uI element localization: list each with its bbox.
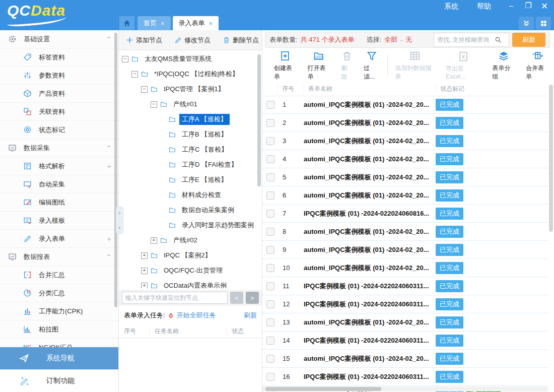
- sidebar-section-header[interactable]: 基础设置⌃: [0, 30, 118, 48]
- tree-toolbar-plus-button[interactable]: 添加节点: [126, 36, 162, 45]
- sidebar-item[interactable]: 状态标记: [0, 121, 118, 139]
- form-table-row[interactable]: 3automi_IPQC案例模板 (01) -2024-02_20...已完成: [262, 132, 547, 150]
- tree-node[interactable]: −*IPQC|OQC 【过程检|终检】: [119, 67, 255, 82]
- tree-expander-icon[interactable]: +: [141, 252, 148, 259]
- apps-grid-button[interactable]: [536, 17, 551, 30]
- tree-node[interactable]: 工序B 【巡检】: [119, 127, 255, 142]
- plus-icon[interactable]: +: [107, 162, 111, 170]
- tree-node-label[interactable]: 工序B 【巡检】: [179, 129, 230, 140]
- tree-node-label[interactable]: 工序D 【FAI检查】: [179, 159, 240, 170]
- form-table-row[interactable]: 11IPQC案例模板 (01) -2024-022024060311...已完成: [262, 277, 547, 295]
- tree-node-label[interactable]: 工序E 【巡检】: [179, 174, 230, 185]
- sidebar-item[interactable]: 工序能力(CPK): [0, 302, 118, 320]
- tree-node[interactable]: +IPQC 【案例2】: [119, 248, 255, 263]
- toolbar-folder-open-button[interactable]: 打开表单: [302, 50, 336, 81]
- row-checkbox[interactable]: [266, 155, 274, 163]
- chevron-right-icon[interactable]: ›: [119, 210, 120, 216]
- tree-expander-icon[interactable]: −: [131, 71, 138, 78]
- sidebar-section-header[interactable]: 数据采集⌃: [0, 139, 118, 157]
- row-checkbox[interactable]: [266, 282, 274, 290]
- row-checkbox[interactable]: [266, 228, 274, 236]
- sidebar-item-custom-functions[interactable]: 订制功能: [0, 369, 118, 392]
- close-button[interactable]: ✕: [538, 1, 551, 12]
- tree-expander-icon[interactable]: −: [141, 86, 148, 93]
- tree-node[interactable]: +QCData内置表单示例: [119, 278, 255, 288]
- menu-system[interactable]: 系统: [444, 2, 458, 11]
- tab-home[interactable]: 首页 ×: [137, 16, 171, 30]
- sidebar-item[interactable]: 产品资料: [0, 85, 118, 103]
- row-checkbox[interactable]: [266, 318, 274, 326]
- collapse-panel-button[interactable]: [519, 17, 534, 30]
- toolbar-layers-button[interactable]: 表单分组: [487, 50, 520, 81]
- sidebar-item[interactable]: 录入模板: [0, 212, 118, 230]
- tree-node-label[interactable]: 太友QMS质量管理系统: [142, 53, 215, 64]
- form-table-row[interactable]: 16IPQC案例模板 (01) -2024-022024060311...已完成: [262, 368, 547, 386]
- tree-node[interactable]: 工序C 【首检】: [119, 142, 255, 157]
- row-checkbox[interactable]: [266, 119, 274, 127]
- tree-node[interactable]: 工序D 【FAI检查】: [119, 157, 255, 172]
- scrollbar-thumb[interactable]: [265, 387, 381, 391]
- tree-toolbar-trash-button[interactable]: 删除节点: [223, 36, 259, 45]
- tree-expander-icon[interactable]: +: [141, 268, 148, 274]
- tree-toolbar-pencil-button[interactable]: 修改节点: [174, 36, 211, 45]
- row-checkbox[interactable]: [266, 137, 274, 145]
- tab-close-icon[interactable]: ×: [209, 20, 213, 27]
- form-table-row[interactable]: 14IPQC案例模板 (01) -2024-022024060311...已完成: [262, 332, 547, 350]
- row-checkbox[interactable]: [266, 173, 274, 181]
- tree-node-label[interactable]: IPQC管理 【案例1】: [161, 84, 227, 95]
- tree-node-label[interactable]: 录入同时显示趋势图案例: [179, 220, 255, 231]
- tree-node-label[interactable]: 产线#02: [171, 235, 200, 246]
- tree-node-label[interactable]: *IPQC|OQC 【过程检|终检】: [152, 69, 241, 80]
- tree-scrollbar[interactable]: [257, 54, 261, 186]
- sidebar-item-system-nav[interactable]: 系统导航: [0, 347, 118, 369]
- tree-expander-icon[interactable]: +: [141, 283, 148, 289]
- tab-close-icon[interactable]: ×: [161, 20, 165, 27]
- toolbar-doc-plus-button[interactable]: 创建表单: [268, 50, 302, 81]
- row-checkbox[interactable]: [266, 300, 274, 308]
- tree-node[interactable]: +OQC/FQC-出货管理: [119, 263, 255, 278]
- tree-node-label[interactable]: QCData内置表单示例: [161, 280, 229, 288]
- chevron-up-icon[interactable]: ⌃: [106, 253, 111, 260]
- form-table-row[interactable]: 4automi_IPQC案例模板 (01) -2024-02_20...已完成: [262, 150, 547, 168]
- tree-node[interactable]: −IPQC管理 【案例1】: [119, 82, 255, 97]
- tree-node[interactable]: 材料成分检查: [119, 187, 255, 203]
- sidebar-item[interactable]: NGNG/OK汇总: [0, 339, 118, 348]
- row-checkbox[interactable]: [266, 246, 274, 254]
- tree-node[interactable]: −太友QMS质量管理系统: [119, 51, 255, 67]
- form-table-row[interactable]: 8automi_IPQC案例模板 (01) -2024-02_20...已完成: [262, 223, 547, 241]
- tree-node-label[interactable]: OQC/FQC-出货管理: [161, 265, 225, 276]
- sidebar-item[interactable]: 关联资料: [0, 103, 118, 121]
- row-checkbox[interactable]: [266, 210, 274, 218]
- maximize-button[interactable]: ❐: [522, 1, 535, 10]
- menu-help[interactable]: 帮助: [477, 2, 491, 11]
- tree-expander-icon[interactable]: −: [122, 56, 128, 62]
- find-next-button[interactable]: >: [246, 292, 259, 304]
- form-table-row[interactable]: 9automi_IPQC案例模板 (01) -2024-02_20...已完成: [262, 241, 547, 259]
- tree-node[interactable]: 数据自动采集案例: [119, 203, 255, 218]
- row-checkbox[interactable]: [266, 191, 274, 200]
- start-all-tasks-link[interactable]: 开始全部任务: [177, 311, 216, 320]
- toolbar-funnel-button[interactable]: 过滤...: [358, 50, 385, 81]
- toolbar-merge-tables-button[interactable]: 合并表单: [520, 50, 554, 81]
- form-table-row[interactable]: 15automi_IPQC案例模板 (01) -2024-02_20...已完成: [262, 350, 547, 368]
- form-table-row[interactable]: 12IPQC案例模板 (01) -2024-022024060311...已完成: [262, 295, 547, 313]
- row-checkbox[interactable]: [266, 337, 274, 345]
- tasks-refresh-link[interactable]: 刷新: [244, 311, 257, 320]
- panel-collapse-handle[interactable]: › ‹: [116, 207, 123, 234]
- row-checkbox[interactable]: [266, 264, 274, 272]
- form-table-row[interactable]: 7IPQC案例模板 (01) -2024-022024060816...已完成: [262, 205, 547, 223]
- sidebar-item[interactable]: 标签资料: [0, 48, 118, 67]
- tree-node[interactable]: 工序E 【巡检】: [119, 172, 255, 187]
- sidebar-item[interactable]: 柏拉图: [0, 320, 118, 339]
- table-horizontal-scrollbar[interactable]: [262, 386, 547, 391]
- tree-node[interactable]: 录入同时显示趋势图案例: [119, 218, 255, 233]
- tree-expander-icon[interactable]: −: [151, 101, 157, 108]
- form-table-row[interactable]: 2automi_IPQC案例模板 (01) -2024-02_20...已完成: [262, 114, 547, 132]
- row-checkbox[interactable]: [266, 373, 274, 381]
- node-search-input[interactable]: [122, 292, 228, 304]
- sidebar-item[interactable]: 录入表单+: [0, 230, 118, 248]
- row-checkbox[interactable]: [266, 355, 274, 363]
- tree-node[interactable]: 工序A 【巡检】: [119, 112, 255, 127]
- tree-expander-icon[interactable]: +: [151, 237, 157, 244]
- select-none-link[interactable]: 无: [406, 35, 412, 44]
